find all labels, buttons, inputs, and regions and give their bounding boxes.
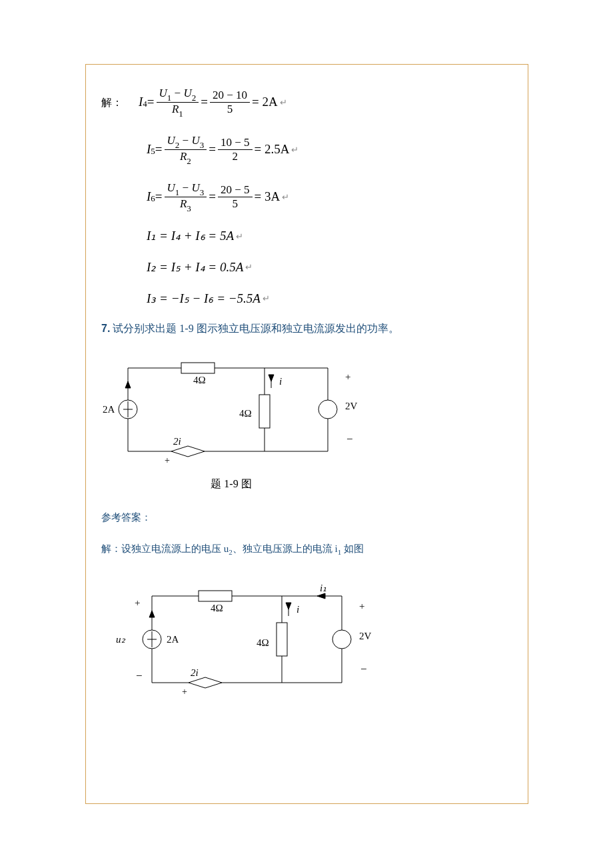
i-label: i (279, 376, 282, 387)
plus-icon: + (359, 601, 364, 611)
eq-i6: I6 = U1 − U3 R3 = 20 − 55 = 3A↵ (147, 181, 514, 213)
question-text: 试分别求出题 1-9 图示独立电压源和独立电流源发出的功率。 (110, 323, 398, 334)
i1-label: i₁ (320, 583, 326, 593)
document-content: 解： I4 = U1 − U2 R1 = 20 − 105 = 2A↵ I5 =… (101, 87, 514, 702)
v-src-label: 2V (345, 401, 358, 411)
figure-1-9-annotated: 4Ω 4Ω 2A 2V + − + − u₂ i i₁ 2i + (105, 576, 514, 702)
svg-marker-25 (189, 677, 222, 688)
dep-plus-icon: + (182, 687, 187, 697)
svg-rect-33 (277, 623, 287, 656)
dep-plus-icon: + (165, 455, 170, 465)
u2-minus-icon: − (136, 669, 143, 682)
eq-i2: I₂ = I₅ + I₄ = 0.5A↵ (147, 260, 514, 275)
eq-i1: I₁ = I₄ + I₆ = 5A↵ (147, 229, 514, 244)
equation-block: 解： I4 = U1 − U2 R1 = 20 − 105 = 2A↵ I5 =… (101, 87, 514, 306)
i-src-label: 2A (167, 634, 179, 645)
answer-label: 参考答案： (101, 511, 514, 524)
eq-i5: I5 = U2 − U3 R2 = 10 − 52 = 2.5A↵ (147, 134, 514, 165)
svg-marker-11 (125, 381, 131, 388)
svg-marker-31 (149, 611, 155, 617)
r-mid-label: 4Ω (239, 408, 252, 419)
r-mid-label: 4Ω (257, 637, 269, 648)
r-top-label: 4Ω (193, 375, 206, 385)
r-top-label: 4Ω (211, 603, 223, 613)
plus-icon: + (345, 371, 350, 382)
minus-icon: − (360, 663, 367, 675)
circuit-diagram-2: 4Ω 4Ω 2A 2V + − + − u₂ i i₁ 2i + (105, 576, 385, 699)
page-border-right (528, 64, 528, 804)
eq-i4: 解： I4 = U1 − U2 R1 = 20 − 105 = 2A↵ (101, 87, 514, 118)
svg-rect-1 (181, 363, 215, 373)
question-number: 7. (101, 323, 110, 334)
svg-point-18 (318, 400, 337, 419)
v-src-label: 2V (359, 631, 372, 641)
svg-marker-23 (317, 593, 325, 599)
svg-rect-20 (199, 591, 232, 601)
svg-marker-5 (171, 446, 205, 457)
figure-1-9: 4Ω 4Ω 2A 2V + − i 2i + 题 1-9 图 (95, 348, 514, 491)
answer-text: 解：设独立电流源上的电压 u2、独立电压源上的电流 i1 如图 (101, 543, 514, 556)
minus-icon: − (346, 433, 353, 445)
eq-i3: I₃ = −I₅ − I₆ = −5.5A↵ (147, 291, 514, 307)
question-7: 7. 试分别求出题 1-9 图示独立电压源和独立电流源发出的功率。 (101, 322, 514, 336)
u2-plus-icon: + (135, 597, 140, 608)
svg-rect-13 (259, 395, 270, 428)
solution-label: 解： (101, 96, 123, 109)
i-label: i (297, 604, 299, 615)
u2-label: u₂ (116, 634, 126, 645)
i-src-label: 2A (103, 404, 115, 415)
dep-src-label: 2i (191, 667, 199, 678)
figure-caption: 题 1-9 图 (0, 477, 514, 491)
circuit-diagram-1: 4Ω 4Ω 2A 2V + − i 2i + (95, 348, 374, 468)
svg-point-38 (332, 630, 351, 649)
dep-src-label: 2i (173, 436, 181, 447)
